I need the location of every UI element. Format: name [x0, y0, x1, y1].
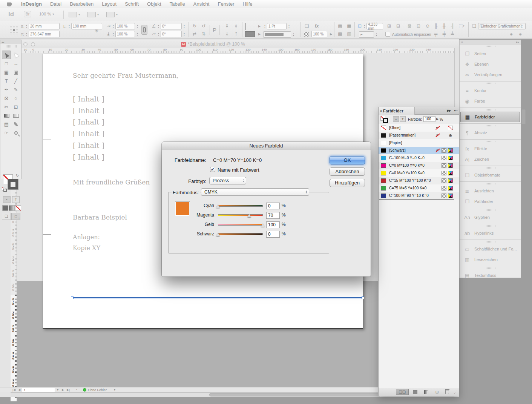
formatting-affects-container-button[interactable]: ▪	[393, 116, 399, 122]
note-tool[interactable]: ▤	[2, 120, 11, 129]
preview-mode-button[interactable]: □▾	[11, 213, 20, 220]
redefine-style-button[interactable]: ⊖	[517, 31, 524, 37]
next-page-button[interactable]: ▶	[60, 388, 66, 392]
page-tool[interactable]: □	[2, 59, 11, 68]
eyedropper-tool[interactable]	[11, 120, 20, 129]
arrange-documents-dropdown[interactable]: ▾	[106, 12, 118, 17]
x-stepper[interactable]: ▴▾	[25, 23, 28, 29]
select-container-button[interactable]: ⇡	[232, 31, 240, 37]
swatches-panel-tab[interactable]: ▴▾ Farbfelder	[379, 107, 415, 115]
select-next-object-button[interactable]: ⇟	[232, 23, 240, 29]
dock-item-paragraph[interactable]: ¶Absatz	[460, 127, 521, 138]
scale-x-presets[interactable]: ▴▾	[136, 23, 139, 29]
dock-group-grip[interactable]	[460, 81, 521, 85]
fill-frame-proportionally-button[interactable]: ⊡	[415, 23, 422, 29]
rotate-cw-button[interactable]: ↻	[191, 23, 198, 29]
content-placer-tool[interactable]: ▣	[11, 68, 20, 77]
y-position-field[interactable]: 276,647 mm	[29, 31, 60, 37]
scale-y-presets[interactable]: ▴▾	[136, 31, 139, 37]
rotate-ccw-button[interactable]: ↺	[200, 23, 207, 29]
stroke-color-swatch-none[interactable]	[245, 23, 246, 30]
swap-fill-stroke-icon[interactable]: ↻	[16, 174, 19, 178]
first-page-button[interactable]: |◀	[11, 388, 17, 392]
content-collector-tool[interactable]: ▣	[2, 68, 11, 77]
panel-resize-grip[interactable]: ⋰	[453, 389, 458, 395]
reference-point-selector[interactable]	[10, 26, 18, 34]
dock-group-grip[interactable]	[460, 166, 521, 170]
dock-item-text-wrap[interactable]: ▤Textumfluss	[460, 270, 521, 281]
cancel-button[interactable]: Abbrechen	[330, 167, 365, 176]
cyan-slider-thumb[interactable]	[216, 204, 220, 208]
swatch-row[interactable]: [Papier]	[379, 139, 459, 147]
stroke-proxy-black[interactable]	[8, 179, 18, 189]
panel-menu-icon[interactable]: ▾≡	[454, 109, 458, 112]
tint-menu-arrow[interactable]: ▶	[436, 117, 438, 121]
effects-menu-button[interactable]: fx	[313, 23, 320, 29]
stroke-weight-presets[interactable]: ▴▾	[287, 23, 291, 29]
align-right-button[interactable]: ╢	[449, 23, 456, 29]
align-center-button[interactable]: ╫	[440, 23, 448, 29]
dock-item-links[interactable]: ∞Verknüpfungen	[460, 69, 521, 80]
scissors-tool[interactable]: ✂	[2, 103, 11, 111]
selection-handle-right[interactable]	[362, 296, 364, 299]
stroke-weight-stepper[interactable]: ▴▾	[263, 23, 267, 29]
hand-tool[interactable]: ☞	[2, 129, 11, 137]
gap-tool[interactable]: ↔	[11, 59, 20, 68]
gelb-value-field[interactable]: 100	[266, 221, 280, 228]
free-transform-tool[interactable]: ⊡	[11, 103, 20, 111]
fill-color-swatch[interactable]	[245, 31, 255, 37]
dock-item-pages[interactable]: ❐Seiten	[460, 48, 521, 59]
color-mode-popup[interactable]: CMYK ▴▾	[201, 188, 309, 196]
stroke-style-arrows[interactable]: ▴▾	[292, 31, 295, 38]
dock-item-align[interactable]: ≣Ausrichten	[460, 186, 521, 196]
default-fill-stroke-icon[interactable]	[2, 187, 7, 192]
fill-color-menu-arrow[interactable]: ▶	[256, 31, 263, 37]
y-stepper[interactable]: ▴▾	[25, 31, 28, 37]
swatch-row[interactable]: C=0 M=100 Y=0 K=0	[379, 162, 459, 169]
menu-bearbeiten[interactable]: Bearbeiten	[66, 0, 98, 8]
menu-fenster[interactable]: Fenster	[213, 0, 238, 8]
select-content-button[interactable]: ⇣	[223, 31, 231, 37]
dock-group-grip[interactable]	[460, 266, 521, 270]
show-swatch-kinds-button[interactable]: ❏❏	[396, 389, 409, 395]
swatch-row[interactable]: [Passermarken]✒⊕	[379, 132, 459, 139]
center-content-button[interactable]: ⊙	[424, 23, 431, 29]
drop-shadow-button[interactable]: ❑	[303, 23, 311, 29]
dock-item-swatches[interactable]: ▦Farbfelder	[460, 112, 520, 122]
previous-page-button[interactable]: ◀	[17, 388, 22, 392]
scale-x-field[interactable]: 100 %	[115, 23, 135, 29]
bridge-button[interactable]: Br	[24, 11, 31, 17]
dock-item-character[interactable]: A|Zeichen	[460, 154, 521, 164]
fit-frame-to-content-button[interactable]: ⊟	[394, 23, 402, 29]
rotation-angle-field[interactable]: 0°	[161, 23, 182, 29]
corner-radius-stepper[interactable]: ▴▾	[363, 23, 366, 29]
dock-close-icon[interactable]: ×	[461, 40, 463, 44]
type-tool[interactable]: T	[2, 77, 11, 85]
menu-objekt[interactable]: Objekt	[143, 0, 166, 8]
autofit-checkbox[interactable]	[385, 32, 390, 37]
show-color-swatches-button[interactable]	[412, 389, 419, 395]
shear-stepper[interactable]: ▴▾	[157, 31, 160, 37]
stroke-color-menu-arrow[interactable]: ▶	[256, 23, 263, 29]
formatting-affects-text-button[interactable]: T	[12, 196, 20, 203]
wrap-object-shape-button[interactable]: ▩	[336, 31, 344, 37]
scale-x-stepper[interactable]: ▴▾	[112, 23, 115, 29]
add-button[interactable]: Hinzufügen	[330, 179, 365, 187]
dock-item-stroke[interactable]: ≡Kontur	[460, 85, 521, 96]
swatch-row[interactable]: C=15 M=100 Y=100 K=0	[379, 177, 459, 184]
dock-group-grip[interactable]	[460, 224, 521, 228]
rectangle-frame-tool[interactable]: ⊠	[2, 94, 11, 103]
dock-item-hyperlinks[interactable]: abHyperlinks	[460, 228, 521, 238]
window-minimize-button[interactable]	[31, 42, 35, 46]
gradient-feather-tool[interactable]	[11, 111, 20, 120]
scale-y-stepper[interactable]: ▴▾	[112, 31, 115, 37]
dock-item-effects[interactable]: fxEffekte	[460, 143, 521, 154]
selection-handle-left[interactable]	[71, 296, 74, 299]
flip-horizontal-button[interactable]: ⇄	[191, 31, 198, 37]
window-close-button[interactable]	[23, 42, 28, 46]
wrap-jump-button[interactable]: ▥	[345, 31, 353, 37]
gelb-slider-track[interactable]	[218, 224, 263, 226]
wrap-bounding-box-button[interactable]: ▦	[345, 23, 353, 29]
cyan-slider-track[interactable]	[218, 205, 263, 207]
object-style-dropdown[interactable]: [Einfacher Grafikrahmen]	[478, 23, 526, 29]
